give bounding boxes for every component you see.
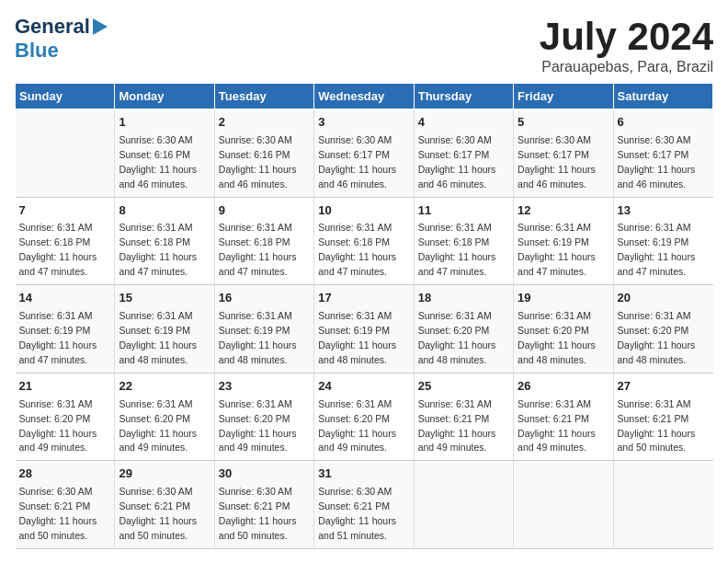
day-detail: Sunrise: 6:30 AM Sunset: 6:16 PM Dayligh… xyxy=(219,134,297,190)
calendar-cell: 14Sunrise: 6:31 AM Sunset: 6:19 PM Dayli… xyxy=(16,285,115,373)
day-number: 29 xyxy=(119,465,210,483)
calendar-cell: 3Sunrise: 6:30 AM Sunset: 6:17 PM Daylig… xyxy=(314,109,414,198)
day-number: 28 xyxy=(19,465,111,483)
day-number: 2 xyxy=(219,114,310,132)
calendar-week-row: 14Sunrise: 6:31 AM Sunset: 6:19 PM Dayli… xyxy=(16,285,713,373)
day-detail: Sunrise: 6:30 AM Sunset: 6:21 PM Dayligh… xyxy=(19,486,97,541)
calendar-cell: 5Sunrise: 6:30 AM Sunset: 6:17 PM Daylig… xyxy=(514,109,613,198)
calendar-title-block: July 2024 Parauapebas, Para, Brazil xyxy=(540,15,713,75)
calendar-cell: 6Sunrise: 6:30 AM Sunset: 6:17 PM Daylig… xyxy=(613,109,712,198)
calendar-cell: 9Sunrise: 6:31 AM Sunset: 6:18 PM Daylig… xyxy=(214,197,313,285)
day-number: 14 xyxy=(19,290,111,307)
weekday-header-friday: Friday xyxy=(514,84,613,109)
calendar-cell: 13Sunrise: 6:31 AM Sunset: 6:19 PM Dayli… xyxy=(613,197,712,285)
day-number: 22 xyxy=(119,378,210,396)
day-number: 19 xyxy=(518,290,609,307)
day-detail: Sunrise: 6:30 AM Sunset: 6:21 PM Dayligh… xyxy=(318,486,396,541)
calendar-subtitle: Parauapebas, Para, Brazil xyxy=(540,59,713,75)
logo: General Blue xyxy=(15,15,108,63)
day-number: 11 xyxy=(418,202,509,220)
weekday-header-tuesday: Tuesday xyxy=(214,84,313,109)
calendar-cell: 8Sunrise: 6:31 AM Sunset: 6:18 PM Daylig… xyxy=(115,197,214,285)
calendar-cell: 20Sunrise: 6:31 AM Sunset: 6:20 PM Dayli… xyxy=(613,285,712,373)
calendar-cell xyxy=(16,109,115,198)
day-number: 24 xyxy=(318,378,409,396)
day-detail: Sunrise: 6:31 AM Sunset: 6:21 PM Dayligh… xyxy=(418,398,496,454)
day-detail: Sunrise: 6:31 AM Sunset: 6:18 PM Dayligh… xyxy=(418,222,496,277)
logo-arrow-icon xyxy=(93,18,108,35)
calendar-cell: 30Sunrise: 6:30 AM Sunset: 6:21 PM Dayli… xyxy=(214,461,313,549)
day-detail: Sunrise: 6:31 AM Sunset: 6:20 PM Dayligh… xyxy=(19,398,97,454)
calendar-cell xyxy=(514,461,613,549)
day-number: 16 xyxy=(219,290,310,307)
calendar-cell: 10Sunrise: 6:31 AM Sunset: 6:18 PM Dayli… xyxy=(314,197,414,285)
day-detail: Sunrise: 6:31 AM Sunset: 6:18 PM Dayligh… xyxy=(219,222,297,277)
calendar-cell: 2Sunrise: 6:30 AM Sunset: 6:16 PM Daylig… xyxy=(214,109,313,198)
day-number: 21 xyxy=(19,378,111,396)
day-number: 31 xyxy=(318,465,409,483)
day-number: 7 xyxy=(19,202,111,220)
day-detail: Sunrise: 6:31 AM Sunset: 6:20 PM Dayligh… xyxy=(119,398,197,454)
day-number: 6 xyxy=(618,114,710,132)
day-number: 10 xyxy=(318,202,409,220)
day-detail: Sunrise: 6:31 AM Sunset: 6:20 PM Dayligh… xyxy=(418,310,496,365)
day-detail: Sunrise: 6:31 AM Sunset: 6:19 PM Dayligh… xyxy=(618,222,696,277)
day-number: 13 xyxy=(618,202,710,220)
calendar-cell: 1Sunrise: 6:30 AM Sunset: 6:16 PM Daylig… xyxy=(115,109,214,198)
day-number: 12 xyxy=(518,202,609,220)
calendar-cell: 11Sunrise: 6:31 AM Sunset: 6:18 PM Dayli… xyxy=(414,197,513,285)
day-detail: Sunrise: 6:31 AM Sunset: 6:19 PM Dayligh… xyxy=(318,310,396,365)
calendar-cell: 18Sunrise: 6:31 AM Sunset: 6:20 PM Dayli… xyxy=(414,285,513,373)
day-detail: Sunrise: 6:30 AM Sunset: 6:21 PM Dayligh… xyxy=(219,486,297,541)
day-detail: Sunrise: 6:30 AM Sunset: 6:17 PM Dayligh… xyxy=(318,134,396,190)
day-detail: Sunrise: 6:31 AM Sunset: 6:21 PM Dayligh… xyxy=(518,398,596,454)
day-number: 26 xyxy=(518,378,609,396)
day-number: 9 xyxy=(219,202,310,220)
calendar-cell: 17Sunrise: 6:31 AM Sunset: 6:19 PM Dayli… xyxy=(314,285,414,373)
calendar-cell xyxy=(613,461,712,549)
weekday-header-sunday: Sunday xyxy=(16,84,115,109)
calendar-week-row: 21Sunrise: 6:31 AM Sunset: 6:20 PM Dayli… xyxy=(16,373,713,461)
calendar-cell: 29Sunrise: 6:30 AM Sunset: 6:21 PM Dayli… xyxy=(115,461,214,549)
day-number: 4 xyxy=(418,114,509,132)
day-detail: Sunrise: 6:31 AM Sunset: 6:20 PM Dayligh… xyxy=(518,310,596,365)
day-number: 3 xyxy=(318,114,409,132)
calendar-header: SundayMondayTuesdayWednesdayThursdayFrid… xyxy=(16,84,713,109)
day-number: 25 xyxy=(418,378,509,396)
logo-text-blue: Blue xyxy=(15,39,59,62)
day-number: 15 xyxy=(119,290,210,307)
day-detail: Sunrise: 6:31 AM Sunset: 6:21 PM Dayligh… xyxy=(618,398,696,454)
day-detail: Sunrise: 6:31 AM Sunset: 6:18 PM Dayligh… xyxy=(19,222,97,277)
page-header: General Blue July 2024 Parauapebas, Para… xyxy=(15,15,713,75)
calendar-cell: 12Sunrise: 6:31 AM Sunset: 6:19 PM Dayli… xyxy=(514,197,613,285)
logo-text-general: General xyxy=(15,15,90,39)
day-detail: Sunrise: 6:31 AM Sunset: 6:18 PM Dayligh… xyxy=(318,222,396,277)
calendar-cell: 23Sunrise: 6:31 AM Sunset: 6:20 PM Dayli… xyxy=(214,373,313,461)
day-detail: Sunrise: 6:30 AM Sunset: 6:17 PM Dayligh… xyxy=(618,134,696,190)
calendar-cell: 26Sunrise: 6:31 AM Sunset: 6:21 PM Dayli… xyxy=(514,373,613,461)
day-number: 20 xyxy=(618,290,710,307)
calendar-week-row: 28Sunrise: 6:30 AM Sunset: 6:21 PM Dayli… xyxy=(16,461,713,549)
calendar-cell: 15Sunrise: 6:31 AM Sunset: 6:19 PM Dayli… xyxy=(115,285,214,373)
day-detail: Sunrise: 6:31 AM Sunset: 6:18 PM Dayligh… xyxy=(119,222,197,277)
calendar-table: SundayMondayTuesdayWednesdayThursdayFrid… xyxy=(15,83,713,549)
weekday-header-thursday: Thursday xyxy=(414,84,513,109)
calendar-title: July 2024 xyxy=(540,15,713,59)
day-detail: Sunrise: 6:30 AM Sunset: 6:21 PM Dayligh… xyxy=(119,486,197,541)
day-detail: Sunrise: 6:31 AM Sunset: 6:20 PM Dayligh… xyxy=(318,398,396,454)
calendar-week-row: 1Sunrise: 6:30 AM Sunset: 6:16 PM Daylig… xyxy=(16,109,713,198)
calendar-cell xyxy=(414,461,513,549)
day-number: 30 xyxy=(219,465,310,483)
calendar-cell: 4Sunrise: 6:30 AM Sunset: 6:17 PM Daylig… xyxy=(414,109,513,198)
day-number: 23 xyxy=(219,378,310,396)
calendar-cell: 22Sunrise: 6:31 AM Sunset: 6:20 PM Dayli… xyxy=(115,373,214,461)
day-number: 27 xyxy=(618,378,710,396)
day-number: 8 xyxy=(119,202,210,220)
day-detail: Sunrise: 6:31 AM Sunset: 6:19 PM Dayligh… xyxy=(518,222,596,277)
day-detail: Sunrise: 6:30 AM Sunset: 6:17 PM Dayligh… xyxy=(418,134,496,190)
calendar-cell: 24Sunrise: 6:31 AM Sunset: 6:20 PM Dayli… xyxy=(314,373,414,461)
calendar-cell: 21Sunrise: 6:31 AM Sunset: 6:20 PM Dayli… xyxy=(16,373,115,461)
calendar-cell: 31Sunrise: 6:30 AM Sunset: 6:21 PM Dayli… xyxy=(314,461,414,549)
day-detail: Sunrise: 6:30 AM Sunset: 6:17 PM Dayligh… xyxy=(518,134,596,190)
day-detail: Sunrise: 6:31 AM Sunset: 6:20 PM Dayligh… xyxy=(618,310,696,365)
